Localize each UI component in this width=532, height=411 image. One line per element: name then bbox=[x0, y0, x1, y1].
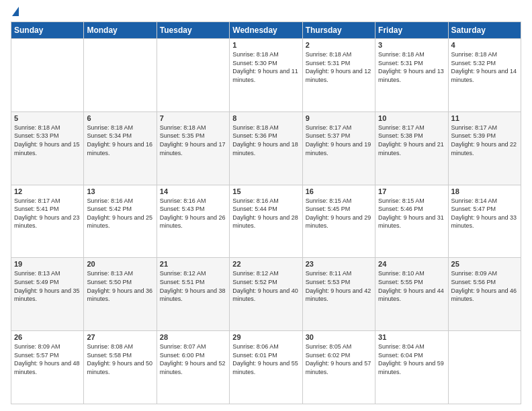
calendar-cell bbox=[448, 331, 521, 404]
week-row-5: 26Sunrise: 8:09 AM Sunset: 5:57 PM Dayli… bbox=[11, 331, 521, 404]
day-number: 4 bbox=[451, 41, 518, 49]
day-info: Sunrise: 8:17 AM Sunset: 5:39 PM Dayligh… bbox=[451, 124, 518, 157]
day-info: Sunrise: 8:18 AM Sunset: 5:36 PM Dayligh… bbox=[232, 124, 299, 157]
day-number: 1 bbox=[232, 41, 299, 49]
calendar-cell: 3Sunrise: 8:18 AM Sunset: 5:31 PM Daylig… bbox=[375, 39, 448, 112]
day-info: Sunrise: 8:18 AM Sunset: 5:31 PM Dayligh… bbox=[378, 50, 445, 84]
calendar-cell: 28Sunrise: 8:07 AM Sunset: 6:00 PM Dayli… bbox=[157, 331, 229, 404]
weekday-header-wednesday: Wednesday bbox=[230, 22, 302, 39]
page: SundayMondayTuesdayWednesdayThursdayFrid… bbox=[0, 0, 532, 411]
calendar-table: SundayMondayTuesdayWednesdayThursdayFrid… bbox=[11, 21, 521, 404]
day-number: 2 bbox=[306, 41, 372, 49]
calendar-cell: 26Sunrise: 8:09 AM Sunset: 5:57 PM Dayli… bbox=[11, 331, 84, 404]
calendar-cell bbox=[11, 39, 84, 112]
day-number: 13 bbox=[87, 187, 153, 195]
day-number: 17 bbox=[378, 187, 445, 195]
weekday-header-row: SundayMondayTuesdayWednesdayThursdayFrid… bbox=[11, 22, 521, 39]
day-info: Sunrise: 8:04 AM Sunset: 6:04 PM Dayligh… bbox=[378, 342, 445, 376]
day-number: 30 bbox=[306, 333, 372, 341]
day-info: Sunrise: 8:13 AM Sunset: 5:49 PM Dayligh… bbox=[14, 269, 81, 303]
day-number: 11 bbox=[451, 114, 518, 122]
day-info: Sunrise: 8:16 AM Sunset: 5:44 PM Dayligh… bbox=[232, 197, 299, 230]
week-row-1: 1Sunrise: 8:18 AM Sunset: 5:30 PM Daylig… bbox=[11, 39, 521, 112]
day-number: 14 bbox=[160, 187, 226, 195]
day-info: Sunrise: 8:12 AM Sunset: 5:52 PM Dayligh… bbox=[232, 269, 299, 303]
weekday-header-monday: Monday bbox=[84, 22, 157, 39]
day-number: 31 bbox=[378, 333, 445, 341]
week-row-4: 19Sunrise: 8:13 AM Sunset: 5:49 PM Dayli… bbox=[11, 258, 521, 331]
day-info: Sunrise: 8:07 AM Sunset: 6:00 PM Dayligh… bbox=[160, 342, 226, 376]
logo bbox=[11, 7, 19, 17]
day-info: Sunrise: 8:06 AM Sunset: 6:01 PM Dayligh… bbox=[232, 342, 299, 376]
day-info: Sunrise: 8:09 AM Sunset: 5:57 PM Dayligh… bbox=[14, 342, 81, 376]
calendar-cell: 25Sunrise: 8:09 AM Sunset: 5:56 PM Dayli… bbox=[448, 258, 521, 331]
calendar-cell: 18Sunrise: 8:14 AM Sunset: 5:47 PM Dayli… bbox=[448, 185, 521, 258]
day-number: 7 bbox=[160, 114, 226, 122]
calendar-cell: 29Sunrise: 8:06 AM Sunset: 6:01 PM Dayli… bbox=[230, 331, 302, 404]
weekday-header-sunday: Sunday bbox=[11, 22, 84, 39]
calendar-cell bbox=[157, 39, 229, 112]
day-number: 16 bbox=[306, 187, 372, 195]
day-number: 28 bbox=[160, 333, 226, 341]
weekday-header-saturday: Saturday bbox=[448, 22, 521, 39]
calendar-cell: 1Sunrise: 8:18 AM Sunset: 5:30 PM Daylig… bbox=[230, 39, 302, 112]
day-info: Sunrise: 8:15 AM Sunset: 5:46 PM Dayligh… bbox=[378, 197, 445, 230]
day-number: 26 bbox=[14, 333, 81, 341]
day-info: Sunrise: 8:16 AM Sunset: 5:43 PM Dayligh… bbox=[160, 197, 226, 230]
week-row-2: 5Sunrise: 8:18 AM Sunset: 5:33 PM Daylig… bbox=[11, 111, 521, 185]
day-info: Sunrise: 8:11 AM Sunset: 5:53 PM Dayligh… bbox=[306, 269, 372, 303]
weekday-header-tuesday: Tuesday bbox=[157, 22, 229, 39]
day-number: 29 bbox=[232, 333, 299, 341]
day-info: Sunrise: 8:17 AM Sunset: 5:41 PM Dayligh… bbox=[14, 197, 81, 230]
day-number: 10 bbox=[378, 114, 445, 122]
day-number: 5 bbox=[14, 114, 81, 122]
day-number: 22 bbox=[232, 260, 299, 268]
day-info: Sunrise: 8:14 AM Sunset: 5:47 PM Dayligh… bbox=[451, 197, 518, 230]
day-number: 9 bbox=[306, 114, 372, 122]
calendar-cell: 15Sunrise: 8:16 AM Sunset: 5:44 PM Dayli… bbox=[230, 185, 302, 258]
calendar-cell: 6Sunrise: 8:18 AM Sunset: 5:34 PM Daylig… bbox=[84, 111, 157, 185]
calendar-cell: 27Sunrise: 8:08 AM Sunset: 5:58 PM Dayli… bbox=[84, 331, 157, 404]
calendar-cell: 13Sunrise: 8:16 AM Sunset: 5:42 PM Dayli… bbox=[84, 185, 157, 258]
calendar-cell: 19Sunrise: 8:13 AM Sunset: 5:49 PM Dayli… bbox=[11, 258, 84, 331]
day-number: 23 bbox=[306, 260, 372, 268]
calendar-cell: 20Sunrise: 8:13 AM Sunset: 5:50 PM Dayli… bbox=[84, 258, 157, 331]
calendar-cell: 2Sunrise: 8:18 AM Sunset: 5:31 PM Daylig… bbox=[302, 39, 375, 112]
calendar-cell: 12Sunrise: 8:17 AM Sunset: 5:41 PM Dayli… bbox=[11, 185, 84, 258]
calendar-cell: 16Sunrise: 8:15 AM Sunset: 5:45 PM Dayli… bbox=[302, 185, 375, 258]
calendar-cell: 4Sunrise: 8:18 AM Sunset: 5:32 PM Daylig… bbox=[448, 39, 521, 112]
day-info: Sunrise: 8:05 AM Sunset: 6:02 PM Dayligh… bbox=[306, 342, 372, 376]
week-row-3: 12Sunrise: 8:17 AM Sunset: 5:41 PM Dayli… bbox=[11, 185, 521, 258]
day-number: 12 bbox=[14, 187, 81, 195]
day-info: Sunrise: 8:18 AM Sunset: 5:33 PM Dayligh… bbox=[14, 124, 81, 157]
day-info: Sunrise: 8:15 AM Sunset: 5:45 PM Dayligh… bbox=[306, 197, 372, 230]
calendar-cell: 9Sunrise: 8:17 AM Sunset: 5:37 PM Daylig… bbox=[302, 111, 375, 185]
day-info: Sunrise: 8:09 AM Sunset: 5:56 PM Dayligh… bbox=[451, 269, 518, 303]
day-number: 24 bbox=[378, 260, 445, 268]
day-info: Sunrise: 8:18 AM Sunset: 5:35 PM Dayligh… bbox=[160, 124, 226, 157]
day-number: 20 bbox=[87, 260, 153, 268]
day-info: Sunrise: 8:18 AM Sunset: 5:32 PM Dayligh… bbox=[451, 50, 518, 84]
day-info: Sunrise: 8:16 AM Sunset: 5:42 PM Dayligh… bbox=[87, 197, 153, 230]
day-info: Sunrise: 8:08 AM Sunset: 5:58 PM Dayligh… bbox=[87, 342, 153, 376]
weekday-header-friday: Friday bbox=[375, 22, 448, 39]
day-number: 25 bbox=[451, 260, 518, 268]
day-number: 6 bbox=[87, 114, 153, 122]
day-info: Sunrise: 8:18 AM Sunset: 5:30 PM Dayligh… bbox=[232, 50, 299, 84]
calendar-cell: 31Sunrise: 8:04 AM Sunset: 6:04 PM Dayli… bbox=[375, 331, 448, 404]
calendar-cell: 24Sunrise: 8:10 AM Sunset: 5:55 PM Dayli… bbox=[375, 258, 448, 331]
calendar-cell: 21Sunrise: 8:12 AM Sunset: 5:51 PM Dayli… bbox=[157, 258, 229, 331]
calendar-cell: 10Sunrise: 8:17 AM Sunset: 5:38 PM Dayli… bbox=[375, 111, 448, 185]
day-number: 21 bbox=[160, 260, 226, 268]
day-info: Sunrise: 8:17 AM Sunset: 5:37 PM Dayligh… bbox=[306, 124, 372, 157]
weekday-header-thursday: Thursday bbox=[302, 22, 375, 39]
day-info: Sunrise: 8:13 AM Sunset: 5:50 PM Dayligh… bbox=[87, 269, 153, 303]
calendar-cell: 14Sunrise: 8:16 AM Sunset: 5:43 PM Dayli… bbox=[157, 185, 229, 258]
calendar-cell: 5Sunrise: 8:18 AM Sunset: 5:33 PM Daylig… bbox=[11, 111, 84, 185]
calendar-cell: 7Sunrise: 8:18 AM Sunset: 5:35 PM Daylig… bbox=[157, 111, 229, 185]
day-number: 15 bbox=[232, 187, 299, 195]
day-info: Sunrise: 8:18 AM Sunset: 5:31 PM Dayligh… bbox=[306, 50, 372, 84]
day-number: 8 bbox=[232, 114, 299, 122]
calendar-cell: 22Sunrise: 8:12 AM Sunset: 5:52 PM Dayli… bbox=[230, 258, 302, 331]
day-info: Sunrise: 8:10 AM Sunset: 5:55 PM Dayligh… bbox=[378, 269, 445, 303]
